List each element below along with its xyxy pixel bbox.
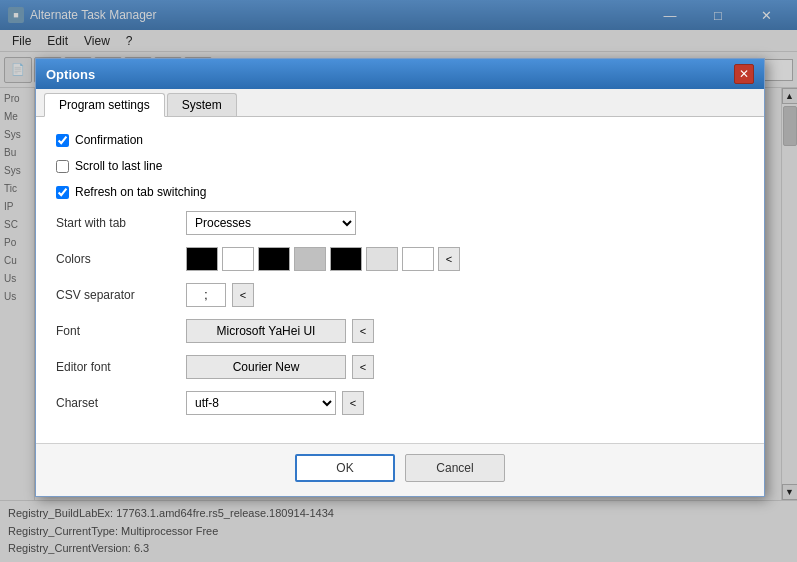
dialog-body: Confirmation Scroll to last line Refresh… xyxy=(36,117,764,443)
charset-small-button[interactable]: < xyxy=(342,391,364,415)
start-with-tab-select[interactable]: Processes Memory System Services xyxy=(186,211,356,235)
colors-row: Colors < xyxy=(56,247,744,271)
start-with-tab-control: Processes Memory System Services xyxy=(186,211,356,235)
charset-control: utf-8 utf-16 iso-8859-1 ascii < xyxy=(186,391,364,415)
color-box-6[interactable] xyxy=(366,247,398,271)
refresh-on-tab-label[interactable]: Refresh on tab switching xyxy=(56,185,206,199)
charset-row: Charset utf-8 utf-16 iso-8859-1 ascii < xyxy=(56,391,744,415)
csv-separator-input[interactable] xyxy=(186,283,226,307)
ok-button[interactable]: OK xyxy=(295,454,395,482)
confirmation-checkbox[interactable] xyxy=(56,134,69,147)
refresh-on-tab-row: Refresh on tab switching xyxy=(56,185,744,199)
scroll-to-last-row: Scroll to last line xyxy=(56,159,744,173)
dialog-title: Options xyxy=(46,67,95,82)
color-box-2[interactable] xyxy=(222,247,254,271)
charset-label: Charset xyxy=(56,396,186,410)
editor-font-row: Editor font Courier New < xyxy=(56,355,744,379)
font-small-button[interactable]: < xyxy=(352,319,374,343)
csv-separator-row: CSV separator < xyxy=(56,283,744,307)
confirmation-text: Confirmation xyxy=(75,133,143,147)
editor-font-control: Courier New < xyxy=(186,355,374,379)
tab-program-settings[interactable]: Program settings xyxy=(44,93,165,117)
editor-font-button[interactable]: Courier New xyxy=(186,355,346,379)
csv-separator-label: CSV separator xyxy=(56,288,186,302)
csv-separator-button[interactable]: < xyxy=(232,283,254,307)
color-box-3[interactable] xyxy=(258,247,290,271)
refresh-on-tab-text: Refresh on tab switching xyxy=(75,185,206,199)
color-box-1[interactable] xyxy=(186,247,218,271)
confirmation-label[interactable]: Confirmation xyxy=(56,133,143,147)
color-box-4[interactable] xyxy=(294,247,326,271)
charset-select[interactable]: utf-8 utf-16 iso-8859-1 ascii xyxy=(186,391,336,415)
font-control: Microsoft YaHei UI < xyxy=(186,319,374,343)
font-button[interactable]: Microsoft YaHei UI xyxy=(186,319,346,343)
scroll-to-last-label[interactable]: Scroll to last line xyxy=(56,159,162,173)
color-box-7[interactable] xyxy=(402,247,434,271)
start-with-tab-row: Start with tab Processes Memory System S… xyxy=(56,211,744,235)
dialog-title-bar: Options ✕ xyxy=(36,59,764,89)
tab-system[interactable]: System xyxy=(167,93,237,116)
font-row: Font Microsoft YaHei UI < xyxy=(56,319,744,343)
dialog-footer: OK Cancel xyxy=(36,443,764,496)
colors-control: < xyxy=(186,247,460,271)
csv-separator-control: < xyxy=(186,283,254,307)
colors-small-button[interactable]: < xyxy=(438,247,460,271)
editor-font-label: Editor font xyxy=(56,360,186,374)
confirmation-row: Confirmation xyxy=(56,133,744,147)
scroll-to-last-checkbox[interactable] xyxy=(56,160,69,173)
scroll-to-last-text: Scroll to last line xyxy=(75,159,162,173)
options-dialog: Options ✕ Program settings System Confir… xyxy=(35,58,765,497)
refresh-on-tab-checkbox[interactable] xyxy=(56,186,69,199)
font-label: Font xyxy=(56,324,186,338)
dialog-close-button[interactable]: ✕ xyxy=(734,64,754,84)
editor-font-small-button[interactable]: < xyxy=(352,355,374,379)
colors-label: Colors xyxy=(56,252,186,266)
cancel-button[interactable]: Cancel xyxy=(405,454,505,482)
start-with-tab-label: Start with tab xyxy=(56,216,186,230)
dialog-tabs: Program settings System xyxy=(36,89,764,117)
color-box-5[interactable] xyxy=(330,247,362,271)
